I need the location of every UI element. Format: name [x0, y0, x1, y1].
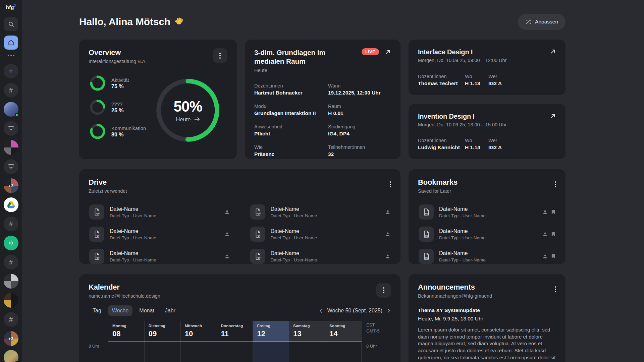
pdf-file-icon: PDF: [250, 249, 265, 264]
week-grid: 8 Uhr Montag08 Dienstag09 Mittwoch10 Don…: [89, 321, 391, 362]
pdf-file-icon: PDF: [250, 204, 265, 220]
customize-button[interactable]: Anpassen: [518, 14, 566, 30]
pdf-file-icon: PDF: [419, 249, 434, 264]
pdf-file-icon: PDF: [250, 227, 265, 242]
overview-title: Overview: [89, 48, 147, 57]
file-row[interactable]: PDF Datei-NameDatei-Typ · User-Name: [250, 223, 391, 245]
calendar-menu-button[interactable]: [376, 283, 391, 298]
drive-subtitle: Zuletzt verwendet: [89, 188, 127, 194]
pdf-file-icon: PDF: [419, 204, 434, 220]
add-button[interactable]: +: [4, 64, 18, 78]
open-course-arrow-icon[interactable]: [384, 49, 391, 55]
course-field: Dozent:innenHartmut Bohnacker: [254, 83, 328, 96]
avatar[interactable]: [4, 102, 18, 117]
whiteboard-button[interactable]: [4, 159, 18, 174]
hfg-logo[interactable]: hfg2: [6, 4, 16, 10]
tab-monat[interactable]: Monat: [135, 305, 158, 316]
calendar-title: Kalender: [89, 283, 160, 292]
search-button[interactable]: [4, 17, 18, 31]
main-content: Hallo, Alina Mötsch Anpassen Overview In…: [22, 0, 644, 362]
bookmarks-title: Bookmarks: [418, 178, 458, 187]
overview-menu-button[interactable]: [213, 48, 227, 63]
file-row[interactable]: PDF Datei-NameDatei-Typ · User-Name: [418, 223, 556, 245]
next-week-button[interactable]: [386, 308, 391, 313]
course-field: Dozent:innenLudwig Kannicht: [418, 138, 465, 150]
metric-ring-kommunikation: Kommunikation 80 %: [90, 124, 146, 139]
avatar-group[interactable]: +3: [4, 178, 18, 193]
calendar-view-tabs: Tag Woche Monat Jahr: [89, 305, 179, 316]
arrow-right-icon: [194, 117, 200, 122]
sidebar-overflow-icon[interactable]: [8, 55, 14, 56]
tab-tag[interactable]: Tag: [89, 305, 105, 316]
upcoming-courses-column: Interface Design I Morgen, Do. 10.09.25,…: [409, 40, 566, 159]
pdf-file-icon: PDF: [89, 249, 104, 264]
course-title: Invention Design I: [418, 113, 506, 120]
svg-text:PDF: PDF: [425, 257, 429, 259]
live-course-subtitle: Heute: [254, 68, 355, 73]
avatar-group[interactable]: [4, 274, 18, 289]
announcements-subtitle: Bekanntmachungen@hfg-gmuend: [418, 293, 492, 299]
chatgpt-shortcut[interactable]: [4, 236, 18, 250]
announcement-item: Thema XY Systemupdate Heute, Mi. 9.9.25,…: [418, 307, 556, 362]
person-icon: [542, 232, 548, 237]
course-field: WerIG2 A: [488, 74, 502, 86]
announcements-menu-button[interactable]: [555, 286, 556, 292]
bookmarks-card: Bookmarks Saved for Later PDF Datei-Name…: [409, 169, 566, 264]
person-icon: [542, 209, 548, 215]
course-field: StudiengangIG4, DP4: [328, 124, 391, 137]
profile-avatar[interactable]: [4, 350, 18, 362]
course-card-invention-design: Invention Design I Morgen, Do. 10.09.25,…: [409, 104, 566, 160]
file-row[interactable]: PDF Datei-NameDatei-Typ · User-Name: [250, 201, 391, 223]
avatar-group[interactable]: +3: [4, 331, 18, 346]
file-row[interactable]: PDF Datei-NameDatei-Typ · User-Name: [418, 245, 556, 267]
waving-hand-icon: [174, 17, 184, 27]
kebab-icon: [383, 287, 384, 293]
whiteboard-icon: [7, 163, 15, 170]
live-badge: LIVE: [362, 48, 379, 55]
svg-text:PDF: PDF: [96, 213, 100, 215]
tab-woche[interactable]: Woche: [108, 305, 133, 316]
course-field: ModulGrundlagen Interaktion II: [254, 104, 328, 116]
course-field: WerIG2 A: [488, 138, 502, 150]
drive-title: Drive: [89, 178, 127, 187]
home-icon: [7, 39, 15, 46]
course-field: WoH 1.14: [465, 138, 488, 150]
person-icon: [224, 254, 230, 259]
hour-grid-lines: [108, 349, 362, 362]
previous-week-button[interactable]: [319, 308, 323, 313]
timezone-label: ESTGMT-5: [366, 322, 380, 334]
svg-text:PDF: PDF: [425, 213, 429, 215]
channel-button[interactable]: #: [4, 255, 18, 269]
file-row[interactable]: PDF Datei-NameDatei-Typ · User-Name: [89, 245, 230, 267]
avatar-group[interactable]: [4, 293, 18, 308]
file-row[interactable]: PDF Datei-NameDatei-Typ · User-Name: [89, 223, 230, 245]
open-course-arrow-icon[interactable]: [549, 48, 556, 55]
file-row[interactable]: PDF Datei-NameDatei-Typ · User-Name: [89, 201, 230, 223]
file-row[interactable]: PDF Datei-NameDatei-Typ · User-Name: [418, 201, 556, 223]
course-card-interface-design: Interface Design I Morgen, Do. 10.09.25,…: [409, 40, 566, 95]
avatar-group[interactable]: [4, 140, 18, 155]
google-drive-shortcut[interactable]: [4, 197, 18, 212]
course-field: WoH 1.13: [465, 74, 488, 86]
channel-button[interactable]: #: [4, 217, 18, 231]
file-row[interactable]: PDF Datei-NameDatei-Typ · User-Name: [250, 245, 391, 267]
svg-text:PDF: PDF: [257, 235, 261, 237]
channel-button[interactable]: #: [4, 83, 18, 98]
whiteboard-button[interactable]: [4, 121, 18, 136]
drive-menu-button[interactable]: [390, 181, 391, 187]
drive-card: Drive Zuletzt verwendet PDF Datei-NameDa…: [79, 169, 400, 264]
home-button[interactable]: [4, 36, 18, 50]
today-link[interactable]: Heute: [176, 116, 200, 123]
person-icon: [385, 232, 390, 237]
tab-jahr[interactable]: Jahr: [161, 305, 179, 316]
course-subtitle: Morgen, Do. 10.09.25, 09:00 – 12:00 Uhr: [418, 58, 506, 63]
sidebar: hfg2 + # +3 # # #: [0, 0, 22, 362]
overview-card: Overview Interaktionsgestaltung B.A. Akt…: [79, 40, 237, 159]
bookmarks-menu-button[interactable]: [555, 181, 556, 187]
person-icon: [385, 209, 390, 215]
open-course-arrow-icon[interactable]: [549, 113, 556, 119]
course-field: Wann19.12.2025, 12:00 Uhr: [328, 83, 391, 96]
channel-button[interactable]: #: [4, 312, 18, 327]
course-field: RaumH 0.01: [328, 104, 391, 116]
drive-file-column: PDF Datei-NameDatei-Typ · User-Name PDF …: [250, 201, 391, 267]
